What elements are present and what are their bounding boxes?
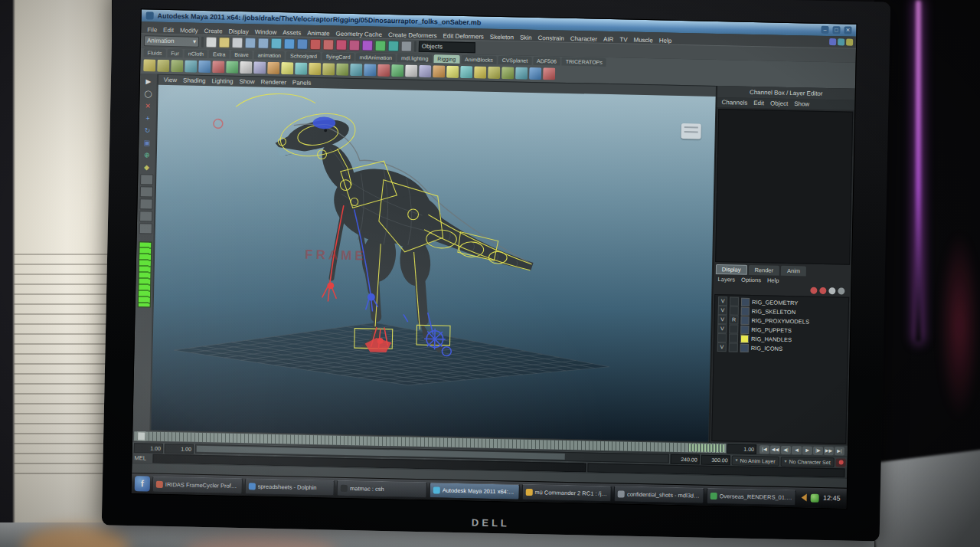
- playback-button-2[interactable]: ◀|: [781, 445, 791, 454]
- shelf-tool-icon[interactable]: [267, 62, 279, 74]
- shelf-tab-mdlanimation[interactable]: mdlAnimation: [355, 53, 396, 62]
- layer-color-swatch[interactable]: [741, 297, 750, 306]
- shelf-tab-brave[interactable]: Brave: [230, 51, 253, 60]
- taskbar-item[interactable]: matmac : csh: [337, 480, 427, 497]
- new-scene-icon[interactable]: [206, 37, 217, 47]
- render-icon[interactable]: [375, 41, 386, 51]
- select-tool-icon[interactable]: ▶: [142, 76, 155, 87]
- snap-grid-icon[interactable]: [310, 39, 321, 50]
- snap-curve-icon[interactable]: [323, 39, 334, 50]
- animation-end-field[interactable]: 300.00: [701, 454, 730, 465]
- layer-menu-layers[interactable]: Layers: [718, 276, 736, 283]
- app-launcher-icon[interactable]: f: [135, 476, 150, 491]
- shelf-tab-extra[interactable]: Extra: [209, 50, 230, 59]
- layer-editor-button[interactable]: [828, 287, 835, 294]
- menu-skin[interactable]: Skin: [517, 34, 535, 41]
- layer-editor-button[interactable]: [810, 287, 817, 293]
- snap-point-icon[interactable]: [336, 40, 347, 51]
- shelf-tool-icon[interactable]: [391, 64, 403, 77]
- character-set-dropdown[interactable]: ▾ No Character Set: [780, 456, 834, 467]
- divider[interactable]: [201, 37, 204, 47]
- playback-button-5[interactable]: |▶: [813, 446, 823, 454]
- layout-preset-button[interactable]: [140, 174, 153, 185]
- playback-button-0[interactable]: |◀: [760, 445, 769, 454]
- lasso-tool-icon[interactable]: ◯: [142, 88, 154, 99]
- save-scene-icon[interactable]: [232, 38, 243, 48]
- menu-character[interactable]: Character: [567, 34, 600, 42]
- layer-editor-button[interactable]: [819, 287, 826, 293]
- layer-color-swatch[interactable]: [741, 306, 750, 315]
- menu-modify[interactable]: Modify: [177, 27, 201, 34]
- taskbar-item[interactable]: confidential_shots - mdl3dview: [614, 486, 704, 503]
- cb-menu-edit[interactable]: Edit: [753, 100, 764, 106]
- playback-button-6[interactable]: ▶▶: [824, 447, 834, 455]
- snap-plane-icon[interactable]: [349, 40, 360, 51]
- undo-icon[interactable]: [245, 38, 256, 48]
- menu-assets[interactable]: Assets: [279, 29, 304, 37]
- close-button[interactable]: ✕: [844, 26, 851, 34]
- layer-type-toggle[interactable]: [730, 296, 739, 306]
- taskbar-item[interactable]: Autodesk Maya 2011 x64: /jobs...: [429, 482, 519, 500]
- shelf-tab-flyingcard[interactable]: flyingCard: [322, 52, 354, 61]
- menu-constrain[interactable]: Constrain: [535, 34, 567, 41]
- shelf-tool-icon[interactable]: [446, 66, 459, 78]
- playback-end-field[interactable]: 240.00: [671, 454, 700, 464]
- divider[interactable]: [414, 41, 416, 52]
- layer-color-swatch[interactable]: [740, 316, 749, 324]
- menu-skeleton[interactable]: Skeleton: [487, 33, 517, 41]
- layer-type-toggle[interactable]: [730, 306, 739, 315]
- paint-select-tool-icon[interactable]: ✕: [142, 100, 154, 111]
- layer-editor-button[interactable]: [838, 287, 844, 294]
- shelf-tool-icon[interactable]: [322, 63, 335, 75]
- auto-keyframe-toggle[interactable]: [836, 458, 846, 467]
- channel-list-empty[interactable]: [715, 109, 853, 265]
- menu-create[interactable]: Create: [201, 27, 225, 34]
- menu-display[interactable]: Display: [225, 28, 251, 35]
- tray-expand-icon[interactable]: [802, 493, 807, 501]
- layer-type-toggle[interactable]: R: [729, 315, 738, 324]
- select-component-icon[interactable]: [297, 38, 308, 49]
- shelf-tab-ncloth[interactable]: nCloth: [185, 49, 207, 58]
- universal-manipulator-icon[interactable]: ⊕: [141, 149, 153, 160]
- taskbar-item[interactable]: mü Commander 2 RC1 : /jobs/dr...: [521, 483, 612, 501]
- animation-start-field[interactable]: 1.00: [134, 443, 163, 454]
- shelf-tool-icon[interactable]: [185, 60, 197, 72]
- menu-animate[interactable]: Animate: [304, 29, 333, 37]
- quick-icon[interactable]: [846, 39, 853, 46]
- cb-menu-channels[interactable]: Channels: [721, 99, 747, 106]
- panel-menu-show[interactable]: Show: [237, 78, 256, 86]
- cb-menu-show[interactable]: Show: [794, 100, 809, 107]
- layer-menu-help[interactable]: Help: [767, 277, 779, 283]
- layout-preset-button[interactable]: [139, 186, 152, 197]
- layer-type-toggle[interactable]: [729, 324, 738, 333]
- shelf-tab-mdl.lighting[interactable]: mdl.lighting: [397, 54, 433, 63]
- layout-highlight-strip[interactable]: [137, 241, 152, 307]
- shelf-tab-cvsplanet[interactable]: CVSplanet: [498, 56, 532, 65]
- layer-color-swatch[interactable]: [740, 325, 749, 333]
- panel-menu-shading[interactable]: Shading: [181, 77, 208, 84]
- shelf-tab-fluids[interactable]: Fluids: [144, 48, 166, 57]
- taskbar-item[interactable]: spreadsheets - Dolphin: [244, 478, 335, 496]
- menu-file[interactable]: File: [144, 26, 160, 33]
- raptor-model[interactable]: [271, 113, 537, 355]
- ipr-render-icon[interactable]: [388, 41, 399, 51]
- taskbar-item[interactable]: IRIDAS FrameCycler Professional: [152, 476, 243, 493]
- shelf-tool-icon[interactable]: [157, 60, 169, 72]
- shelf-tool-icon[interactable]: [336, 64, 348, 76]
- layer-visibility-toggle[interactable]: V: [718, 306, 727, 315]
- menu-help[interactable]: Help: [656, 37, 675, 44]
- shelf-tab-adf506[interactable]: ADF506: [533, 57, 560, 66]
- shelf-tool-icon[interactable]: [350, 64, 362, 76]
- menu-set-dropdown[interactable]: Animation▾: [144, 35, 199, 47]
- anim-layer-dropdown[interactable]: ▾ No Anim Layer: [732, 455, 779, 466]
- open-scene-icon[interactable]: [219, 37, 230, 47]
- table-row[interactable]: VRIG_ICONS: [714, 342, 848, 355]
- layer-visibility-toggle[interactable]: V: [718, 296, 727, 306]
- shelf-tool-icon[interactable]: [143, 59, 155, 71]
- current-time-field[interactable]: 1.00: [727, 444, 756, 454]
- make-live-icon[interactable]: [362, 40, 373, 51]
- viewport-note-icon[interactable]: [681, 123, 701, 139]
- playback-button-7[interactable]: ▶|: [835, 447, 844, 455]
- layout-preset-button[interactable]: [139, 198, 152, 209]
- shelf-tab-schoolyard[interactable]: Schoolyard: [286, 51, 321, 61]
